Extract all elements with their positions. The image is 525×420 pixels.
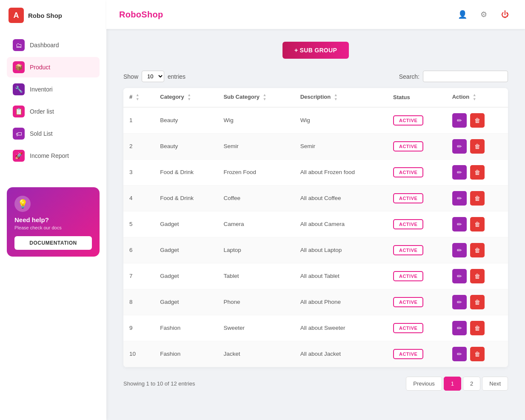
sidebar-item-product[interactable]: 📦 Product [7, 57, 100, 77]
cell-status: ACTIVE [387, 341, 446, 367]
delete-button[interactable]: 🗑 [470, 347, 485, 361]
page-1-button[interactable]: 1 [444, 377, 461, 391]
cell-num: 2 [123, 133, 154, 159]
table-row: 7 Gadget Tablet All about Tablet ACTIVE … [123, 263, 508, 289]
cell-category: Fashion [154, 315, 217, 341]
status-badge: ACTIVE [393, 167, 423, 177]
help-title: Need help? [14, 216, 92, 223]
bulb-icon: 💡 [14, 196, 31, 212]
sidebar-label-product: Product [30, 64, 50, 71]
cell-action: ✏ 🗑 [446, 237, 508, 263]
logo-name: Robo Shop [28, 12, 62, 19]
edit-button[interactable]: ✏ [452, 295, 467, 309]
cell-status: ACTIVE [387, 263, 446, 289]
action-buttons: ✏ 🗑 [452, 139, 502, 154]
action-buttons: ✏ 🗑 [452, 347, 502, 361]
action-buttons: ✏ 🗑 [452, 269, 502, 283]
edit-button[interactable]: ✏ [452, 113, 467, 128]
edit-button[interactable]: ✏ [452, 243, 467, 257]
edit-button[interactable]: ✏ [452, 347, 467, 361]
delete-button[interactable]: 🗑 [470, 269, 485, 283]
next-button[interactable]: Next [482, 377, 508, 391]
edit-button[interactable]: ✏ [452, 217, 467, 231]
table-row: 3 Food & Drink Frozen Food All about Fro… [123, 159, 508, 185]
search-input[interactable] [423, 71, 508, 82]
cell-sub-category: Semir [217, 133, 294, 159]
logo-area: A Robo Shop [0, 0, 106, 31]
cell-category: Gadget [154, 237, 217, 263]
previous-button[interactable]: Previous [406, 377, 442, 391]
delete-button[interactable]: 🗑 [470, 295, 485, 309]
show-label: Show [123, 73, 138, 80]
edit-button[interactable]: ✏ [452, 139, 467, 154]
sidebar-item-dashboard[interactable]: 🗂 Dashboard [7, 35, 100, 55]
cell-description: Wig [294, 107, 387, 134]
status-badge: ACTIVE [393, 323, 423, 333]
sort-description-icon[interactable]: ▲▼ [334, 93, 338, 102]
status-badge: ACTIVE [393, 297, 423, 307]
status-badge: ACTIVE [393, 115, 423, 126]
delete-button[interactable]: 🗑 [470, 139, 485, 154]
delete-button[interactable]: 🗑 [470, 243, 485, 257]
user-icon[interactable]: 👤 [455, 7, 470, 22]
delete-button[interactable]: 🗑 [470, 165, 485, 180]
table-row: 10 Fashion Jacket All about Jacket ACTIV… [123, 341, 508, 367]
cell-sub-category: Tablet [217, 263, 294, 289]
cell-sub-category: Sweeter [217, 315, 294, 341]
status-badge: ACTIVE [393, 141, 423, 151]
edit-button[interactable]: ✏ [452, 269, 467, 283]
cell-num: 3 [123, 159, 154, 185]
power-icon[interactable]: ⏻ [498, 7, 512, 22]
edit-button[interactable]: ✏ [452, 321, 467, 335]
sidebar-label-sold-list: Sold List [30, 130, 53, 137]
sort-action-icon[interactable]: ▲▼ [473, 93, 476, 102]
sidebar-item-income-report[interactable]: 🚀 Income Report [7, 146, 100, 166]
delete-button[interactable]: 🗑 [470, 113, 485, 128]
sidebar-item-inventori[interactable]: 🔧 Inventori [7, 79, 100, 100]
cell-description: All about Frozen food [294, 159, 387, 185]
gear-icon[interactable]: ⚙ [476, 7, 491, 22]
cell-description: Semir [294, 133, 387, 159]
cell-status: ACTIVE [387, 289, 446, 315]
status-badge: ACTIVE [393, 349, 423, 359]
cell-sub-category: Wig [217, 107, 294, 134]
cell-action: ✏ 🗑 [446, 315, 508, 341]
sort-num-icon[interactable]: ▲▼ [136, 93, 140, 102]
cell-description: All about Laptop [294, 237, 387, 263]
table-row: 1 Beauty Wig Wig ACTIVE ✏ 🗑 [123, 107, 508, 134]
data-table: # ▲▼ Category ▲▼ Sub Category ▲▼ Descrip… [123, 88, 508, 367]
cell-action: ✏ 🗑 [446, 211, 508, 237]
col-category: Category ▲▼ [154, 88, 217, 107]
cell-action: ✏ 🗑 [446, 159, 508, 185]
documentation-button[interactable]: DOCUMENTATION [14, 236, 92, 250]
edit-button[interactable]: ✏ [452, 191, 467, 206]
sidebar-item-sold-list[interactable]: 🏷 Sold List [7, 123, 100, 144]
edit-button[interactable]: ✏ [452, 165, 467, 180]
sort-category-icon[interactable]: ▲▼ [187, 93, 191, 102]
delete-button[interactable]: 🗑 [470, 321, 485, 335]
sidebar-item-order-list[interactable]: 📋 Order list [7, 101, 100, 122]
add-subgroup-button[interactable]: + SUB GROUP [282, 42, 349, 59]
sort-subcategory-icon[interactable]: ▲▼ [263, 93, 267, 102]
cell-status: ACTIVE [387, 237, 446, 263]
topbar: RoboShop 👤 ⚙ ⏻ [106, 0, 525, 29]
pagination-row: Showing 1 to 10 of 12 entries Previous 1… [123, 377, 508, 391]
cell-description: All about Sweeter [294, 315, 387, 341]
cell-description: All about Coffee [294, 185, 387, 211]
cell-description: All about Phone [294, 289, 387, 315]
delete-button[interactable]: 🗑 [470, 217, 485, 231]
show-entries: Show 10 25 50 entries [123, 71, 185, 82]
entries-select[interactable]: 10 25 50 [142, 71, 164, 82]
action-buttons: ✏ 🗑 [452, 243, 502, 257]
cell-category: Food & Drink [154, 159, 217, 185]
content-area: + SUB GROUP Show 10 25 50 entries Search… [106, 29, 525, 420]
cell-category: Fashion [154, 341, 217, 367]
delete-button[interactable]: 🗑 [470, 191, 485, 206]
search-label: Search: [399, 73, 419, 80]
sidebar-label-order-list: Order list [30, 108, 54, 115]
product-icon: 📦 [13, 61, 25, 73]
cell-num: 6 [123, 237, 154, 263]
add-btn-row: + SUB GROUP [123, 42, 508, 59]
action-buttons: ✏ 🗑 [452, 217, 502, 231]
page-2-button[interactable]: 2 [463, 377, 480, 391]
